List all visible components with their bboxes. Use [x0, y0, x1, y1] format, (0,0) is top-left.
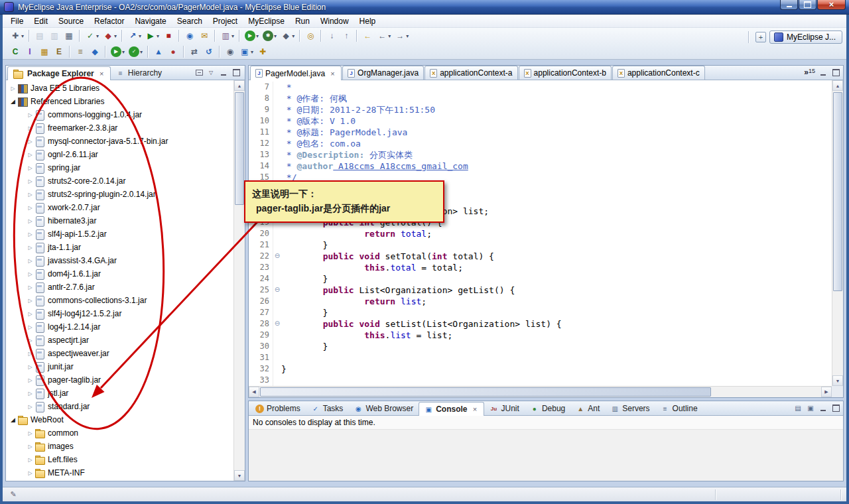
- last-edit-location-icon[interactable]: ←: [360, 29, 375, 42]
- package-explorer-tree[interactable]: ▷Java EE 5 Libraries◢Referenced Librarie…: [6, 80, 233, 481]
- tree-item-commons-logging-1-0-4-jar[interactable]: ▷commons-logging-1.0.4.jar: [6, 108, 233, 121]
- expander-closed-icon[interactable]: ▷: [26, 311, 34, 317]
- open-perspective-icon[interactable]: [755, 32, 766, 42]
- new-enum-icon[interactable]: E: [52, 45, 66, 58]
- tree-item-pager-taglib-jar[interactable]: ▷pager-taglib.jar: [6, 373, 233, 387]
- tree-item-mysql-connector-java-5-1-7-bin-jar[interactable]: ▷mysql-connector-java-5.1.7-bin.jar: [6, 135, 233, 148]
- collapse-all-icon[interactable]: [196, 70, 203, 76]
- expander-closed-icon[interactable]: ▷: [26, 391, 34, 397]
- menu-help[interactable]: Help: [354, 15, 381, 27]
- tree-item-jstl-jar[interactable]: ▷jstl.jar: [6, 387, 233, 400]
- bottom-tab-web-browser[interactable]: ◉Web Browser: [348, 401, 419, 415]
- synchronize-icon[interactable]: ⇄: [187, 45, 202, 58]
- expander-closed-icon[interactable]: ▷: [26, 404, 34, 410]
- bottom-tab-console[interactable]: ▣Console: [419, 402, 484, 416]
- menu-run[interactable]: Run: [290, 15, 315, 27]
- minimize-window-icon[interactable]: [780, 0, 798, 10]
- debug-icon[interactable]: ✱: [261, 29, 279, 42]
- myeclipse-deploy-icon[interactable]: ▶: [109, 45, 127, 58]
- tree-item-webroot[interactable]: ◢WebRoot: [6, 413, 233, 426]
- bottom-tab-outline[interactable]: ≡Outline: [655, 401, 703, 415]
- expander-closed-icon[interactable]: ▷: [26, 192, 34, 198]
- editor-tab-applicationcontext-a[interactable]: XapplicationContext-a: [424, 66, 517, 80]
- tree-item-struts2-core-2-0-14-jar[interactable]: ▷struts2-core-2.0.14.jar: [6, 174, 233, 188]
- code-editor[interactable]: 7 *8 * @作者: 何枫9 * @日期: 2011-2-28下午11:51:…: [249, 80, 832, 386]
- tree-item-aspectjweaver-jar[interactable]: ▷aspectjweaver.jar: [6, 347, 233, 360]
- bookmark-icon[interactable]: ✚: [255, 45, 270, 58]
- expander-closed-icon[interactable]: ▷: [26, 430, 34, 436]
- tree-item-standard-jar[interactable]: ▷standard.jar: [6, 400, 233, 413]
- bottom-tab-tasks[interactable]: ✓Tasks: [306, 401, 349, 415]
- tab-hierarchy[interactable]: ≡ Hierarchy: [111, 66, 167, 80]
- database-explorer-icon[interactable]: ≡: [73, 45, 88, 58]
- editor-tab-applicationcontext-b[interactable]: XapplicationContext-b: [519, 66, 612, 80]
- menu-navigate[interactable]: Navigate: [129, 15, 171, 27]
- scroll-left-icon[interactable]: [249, 387, 259, 397]
- expander-closed-icon[interactable]: ▷: [26, 444, 34, 450]
- menu-source[interactable]: Source: [53, 15, 89, 27]
- scroll-down-icon[interactable]: [234, 470, 245, 481]
- show-console-icon[interactable]: ▣: [237, 45, 255, 58]
- expander-closed-icon[interactable]: ▷: [26, 324, 34, 330]
- open-resource-icon[interactable]: ◉: [223, 45, 237, 58]
- forward-icon[interactable]: →: [393, 29, 411, 42]
- expander-closed-icon[interactable]: ▷: [26, 364, 34, 370]
- expander-closed-icon[interactable]: ▷: [26, 218, 34, 224]
- menu-project[interactable]: Project: [208, 15, 243, 27]
- maximize-panel-icon[interactable]: [831, 404, 840, 412]
- expander-closed-icon[interactable]: ▷: [26, 165, 34, 171]
- minimize-view-icon[interactable]: [219, 68, 228, 77]
- expander-closed-icon[interactable]: ▷: [26, 178, 34, 184]
- maximize-window-icon[interactable]: [799, 0, 816, 10]
- tree-item-freemarker-2-3-8-jar[interactable]: ▷freemarker-2.3.8.jar: [6, 121, 233, 135]
- tree-item-common[interactable]: ▷common: [6, 426, 233, 440]
- color-palette-icon[interactable]: ●: [166, 45, 180, 58]
- close-window-icon[interactable]: [817, 0, 846, 10]
- scrollbar-thumb[interactable]: [260, 387, 711, 397]
- expander-closed-icon[interactable]: ▷: [26, 152, 34, 158]
- expander-closed-icon[interactable]: ▷: [26, 112, 34, 118]
- editor-tab-orgmanager-java[interactable]: JOrgManager.java: [342, 66, 424, 80]
- menu-search[interactable]: Search: [172, 15, 208, 27]
- expander-closed-icon[interactable]: ▷: [26, 298, 34, 304]
- tree-item-spring-jar[interactable]: ▷spring.jar: [6, 161, 233, 174]
- save-icon[interactable]: ▤: [33, 29, 47, 42]
- scroll-down-icon[interactable]: [832, 375, 843, 386]
- validate-icon[interactable]: ✓: [83, 29, 101, 42]
- expander-closed-icon[interactable]: ▷: [26, 231, 34, 237]
- bottom-tab-junit[interactable]: JuJUnit: [484, 401, 525, 415]
- close-tab-icon[interactable]: [472, 406, 479, 413]
- back-icon[interactable]: ←: [375, 29, 393, 42]
- tree-item-java-ee-5-libraries[interactable]: ▷Java EE 5 Libraries: [6, 82, 233, 95]
- mail-icon[interactable]: ✉: [197, 29, 212, 42]
- expander-closed-icon[interactable]: ▷: [26, 245, 34, 251]
- print-icon[interactable]: ▦: [62, 29, 76, 42]
- tree-item-left-files[interactable]: ▷Left.files: [6, 453, 233, 466]
- tab-package-explorer[interactable]: Package Explorer: [7, 66, 111, 80]
- expander-closed-icon[interactable]: ▷: [26, 139, 34, 145]
- menu-myeclipse[interactable]: MyEclipse: [243, 15, 290, 27]
- tree-item-aspectjrt-jar[interactable]: ▷aspectjrt.jar: [6, 334, 233, 347]
- save-all-icon[interactable]: ▥: [47, 29, 62, 42]
- close-tab-icon[interactable]: [329, 70, 336, 77]
- fold-collapse-icon[interactable]: ⊖: [273, 251, 281, 262]
- refresh-icon[interactable]: ↺: [202, 45, 216, 58]
- expander-closed-icon[interactable]: ▷: [26, 205, 34, 211]
- bottom-tab-ant[interactable]: ▲Ant: [570, 401, 605, 415]
- fold-collapse-icon[interactable]: ⊖: [273, 318, 281, 330]
- pin-console-icon[interactable]: ▣: [806, 404, 815, 412]
- fold-collapse-icon[interactable]: ⊖: [273, 284, 281, 296]
- new-wizard-icon[interactable]: ✚: [8, 29, 26, 42]
- deploy-icon[interactable]: ↗: [125, 29, 143, 42]
- sql-editor-icon[interactable]: ◆: [88, 45, 102, 58]
- menu-refactor[interactable]: Refactor: [89, 15, 129, 27]
- profile-icon[interactable]: ◆: [279, 29, 296, 42]
- expander-closed-icon[interactable]: ▷: [26, 377, 34, 383]
- menu-window[interactable]: Window: [315, 15, 354, 27]
- more-editors-button[interactable]: 15: [804, 68, 815, 77]
- bottom-tab-problems[interactable]: !Problems: [250, 401, 306, 415]
- scrollbar-thumb[interactable]: [833, 92, 842, 291]
- tree-item-slf4j-log4j12-1-5-2-jar[interactable]: ▷slf4j-log4j12-1.5.2.jar: [6, 307, 233, 320]
- expander-open-icon[interactable]: ◢: [9, 416, 17, 423]
- tree-item-struts2-spring-plugin-2-0-14-jar[interactable]: ▷struts2-spring-plugin-2.0.14.jar: [6, 188, 233, 201]
